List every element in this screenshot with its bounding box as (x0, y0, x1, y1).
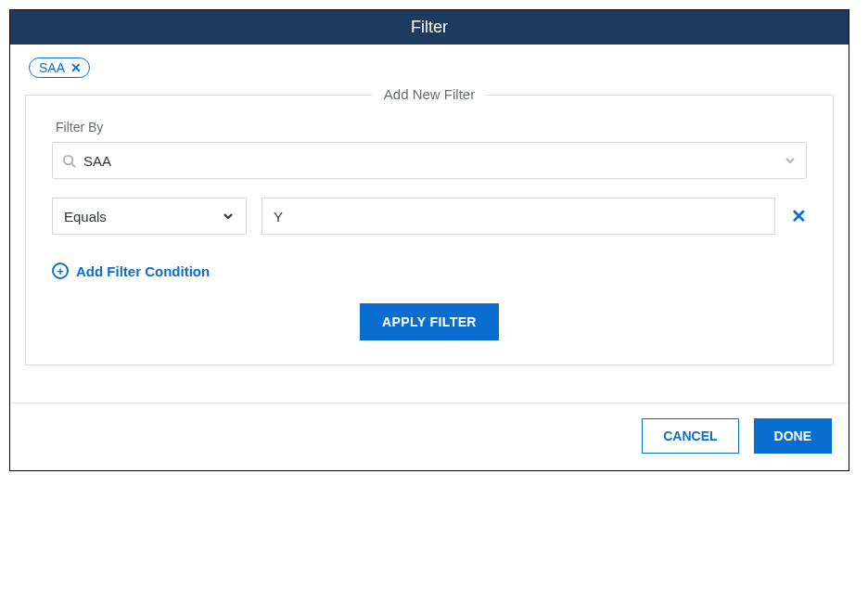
condition-row: Equals ✕ (52, 198, 807, 235)
filter-chip[interactable]: SAA ✕ (29, 58, 90, 78)
condition-value-input[interactable] (262, 198, 775, 235)
dialog-title: Filter (10, 10, 849, 45)
add-filter-condition-button[interactable]: + Add Filter Condition (52, 263, 807, 279)
done-button[interactable]: DONE (754, 418, 832, 454)
filter-by-value: SAA (83, 153, 784, 169)
dialog-body: SAA ✕ Add New Filter Filter By SAA (10, 45, 849, 365)
chevron-down-icon (222, 210, 235, 223)
svg-line-1 (71, 163, 75, 167)
add-new-filter-fieldset: Add New Filter Filter By SAA (25, 95, 834, 365)
chip-remove-icon[interactable]: ✕ (70, 60, 82, 75)
fieldset-legend: Add New Filter (373, 86, 486, 102)
filter-dialog: Filter SAA ✕ Add New Filter Filter By SA… (9, 9, 849, 471)
filter-by-combobox[interactable]: SAA (52, 142, 807, 179)
apply-filter-button[interactable]: APPLY FILTER (360, 303, 499, 340)
operator-value: Equals (64, 209, 107, 224)
plus-circle-icon: + (52, 263, 69, 279)
filter-by-label: Filter By (56, 120, 807, 135)
active-filter-chips: SAA ✕ (29, 58, 834, 78)
apply-filter-wrap: APPLY FILTER (52, 303, 807, 340)
remove-condition-icon[interactable]: ✕ (790, 205, 807, 227)
add-condition-label: Add Filter Condition (76, 263, 210, 279)
dialog-footer: CANCEL DONE (10, 403, 849, 470)
operator-select[interactable]: Equals (52, 198, 247, 235)
search-icon (62, 154, 76, 168)
cancel-button[interactable]: CANCEL (642, 418, 738, 454)
svg-point-0 (64, 155, 72, 163)
chip-label: SAA (39, 60, 65, 75)
chevron-down-icon (784, 154, 797, 167)
